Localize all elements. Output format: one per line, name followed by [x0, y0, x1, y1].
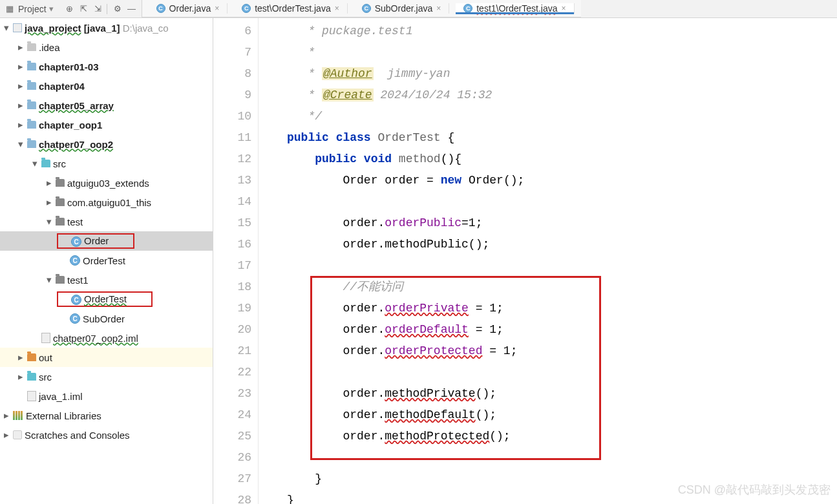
tree-label: chatper07_oop2.iml — [53, 333, 138, 344]
expand-arrow-icon[interactable]: ▾ — [4, 22, 13, 34]
tree-item[interactable]: ▸atguigu03_extends — [0, 173, 213, 193]
tree-item[interactable]: ▸out — [0, 348, 213, 367]
tree-item[interactable]: ▾java_project [java_1] D:\java_co — [0, 18, 213, 37]
tree-label: SubOrder — [83, 313, 125, 324]
java-class-icon: C — [362, 4, 371, 13]
expand-icon[interactable]: ⇲ — [92, 3, 104, 15]
target-icon[interactable]: ⊕ — [64, 3, 76, 15]
module-icon — [13, 23, 22, 32]
editor-tab[interactable]: Ctest\OrderTest.java× — [234, 3, 348, 14]
tree-label: .idea — [39, 42, 60, 53]
line-number: 11 — [213, 127, 251, 149]
package-icon — [56, 198, 65, 206]
module-folder-icon — [27, 121, 36, 129]
line-number: 7 — [213, 42, 251, 63]
close-icon[interactable]: × — [335, 4, 339, 13]
expand-arrow-icon[interactable]: ▸ — [18, 61, 27, 72]
tree-item[interactable]: ▾test — [0, 212, 213, 231]
expand-arrow-icon[interactable]: ▸ — [47, 196, 56, 208]
tree-label: com.atguigu01_this — [67, 197, 151, 208]
library-icon — [13, 411, 23, 420]
code-area[interactable]: * puckage.test1 * * @Author jimmy-yan * … — [271, 18, 837, 504]
expand-arrow-icon[interactable]: ▸ — [18, 352, 27, 363]
line-number: 14 — [213, 191, 251, 213]
module-folder-icon — [27, 101, 36, 109]
expand-arrow-icon[interactable]: ▸ — [18, 100, 27, 111]
java-class-icon: C — [463, 4, 472, 13]
editor-tab[interactable]: Ctest1\OrderTest.java× — [456, 3, 574, 14]
tree-item[interactable]: ▸.idea — [0, 37, 213, 57]
expand-arrow-icon[interactable]: ▸ — [18, 119, 27, 131]
settings-icon[interactable]: ⚙ — [112, 3, 123, 15]
tree-item[interactable]: ▾src — [0, 154, 213, 173]
tab-label: SubOrder.java — [375, 3, 433, 14]
tree-item[interactable]: COrderTest — [0, 251, 213, 270]
project-view-icon[interactable]: ▦ — [4, 3, 16, 15]
tree-item[interactable]: ▸chapter01-03 — [0, 57, 213, 76]
close-icon[interactable]: × — [562, 4, 566, 13]
tree-item[interactable]: ▸com.atguigu01_this — [0, 193, 213, 212]
tree-item[interactable]: COrder — [0, 231, 213, 251]
tree-label: chapter_oop1 — [39, 120, 102, 131]
tree-item[interactable]: ▾test1 — [0, 270, 213, 289]
editor-tab[interactable]: COrder.java× — [149, 3, 228, 14]
java-class-icon: C — [70, 313, 80, 324]
line-number: 20 — [213, 319, 251, 341]
expand-arrow-icon[interactable]: ▾ — [47, 274, 56, 286]
collapse-icon[interactable]: ⇱ — [78, 3, 90, 15]
tree-label: atguigu03_extends — [67, 178, 149, 189]
tree-item[interactable]: ▸chapter_oop1 — [0, 115, 213, 134]
tree-item[interactable]: ▸External Libraries — [0, 406, 213, 425]
expand-arrow-icon[interactable]: ▾ — [18, 138, 27, 150]
tree-item[interactable]: ▾chatper07_oop2 — [0, 134, 213, 154]
tree-item[interactable]: ▸Scratches and Consoles — [0, 425, 213, 445]
close-icon[interactable]: × — [215, 4, 219, 13]
tree-label: chatper07_oop2 — [39, 139, 113, 150]
tree-item[interactable]: CSubOrder — [0, 309, 213, 328]
project-label[interactable]: Project — [18, 4, 47, 14]
tree-label: src — [53, 158, 66, 169]
tree-label: Order — [84, 235, 109, 246]
line-number: 24 — [213, 404, 251, 426]
expand-arrow-icon[interactable]: ▸ — [18, 80, 27, 92]
tree-label: chapter01-03 — [39, 61, 99, 72]
expand-arrow-icon[interactable]: ▾ — [32, 158, 41, 169]
package-icon — [56, 179, 65, 187]
expand-arrow-icon[interactable]: ▸ — [4, 410, 13, 421]
line-number: 8 — [213, 63, 251, 85]
tree-label: OrderTest — [84, 293, 127, 304]
line-number: 22 — [213, 362, 251, 383]
expand-arrow-icon[interactable]: ▸ — [4, 429, 13, 441]
java-class-icon: C — [71, 236, 81, 247]
scratch-icon — [13, 430, 22, 439]
tree-label: External Libraries — [26, 410, 101, 421]
line-number: 16 — [213, 234, 251, 255]
iml-file-icon — [41, 333, 50, 343]
line-number: 9 — [213, 85, 251, 106]
error-highlight-box — [310, 276, 601, 460]
tree-item[interactable]: COrderTest — [0, 289, 213, 309]
tree-item[interactable]: java_1.iml — [0, 386, 213, 406]
expand-arrow-icon[interactable]: ▸ — [47, 177, 56, 189]
tree-label: Scratches and Consoles — [25, 430, 130, 441]
expand-arrow-icon[interactable]: ▾ — [47, 216, 56, 227]
line-number: 28 — [213, 490, 251, 504]
java-class-icon: C — [242, 4, 251, 13]
tree-item[interactable]: ▸chapter05_array — [0, 96, 213, 115]
package-icon — [56, 276, 65, 284]
line-number: 19 — [213, 298, 251, 319]
line-number: 25 — [213, 426, 251, 447]
tree-item[interactable]: chatper07_oop2.iml — [0, 328, 213, 348]
dropdown-icon[interactable]: ▾ — [49, 4, 54, 14]
tree-label: test1 — [67, 275, 89, 286]
line-number: 17 — [213, 255, 251, 277]
expand-arrow-icon[interactable]: ▸ — [18, 41, 27, 53]
line-number: 15 — [213, 213, 251, 234]
tree-item[interactable]: ▸src — [0, 367, 213, 386]
expand-arrow-icon[interactable]: ▸ — [18, 371, 27, 383]
hide-icon[interactable]: — — [126, 3, 138, 15]
editor-tab[interactable]: CSubOrder.java× — [354, 3, 450, 14]
code-editor[interactable]: 6789101112131415161718192021222324252627… — [213, 18, 837, 504]
tree-item[interactable]: ▸chapter04 — [0, 76, 213, 96]
close-icon[interactable]: × — [436, 4, 441, 13]
